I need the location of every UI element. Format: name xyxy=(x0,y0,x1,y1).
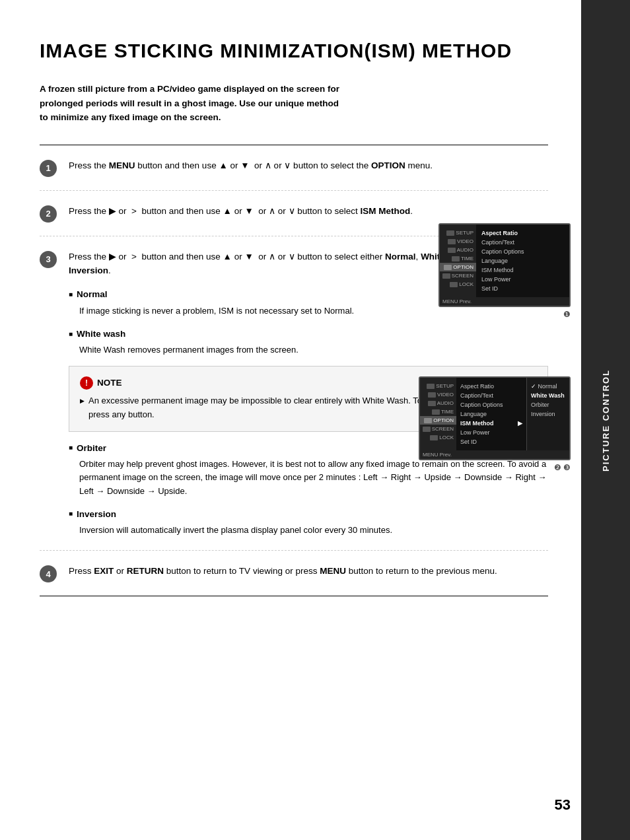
step-4-row: 4 Press EXIT or RETURN button to return … xyxy=(40,564,548,596)
tv2-option: OPTION xyxy=(420,416,456,425)
menu-bold: MENU xyxy=(109,160,135,170)
tv2-sub-orbiter: Orbiter xyxy=(531,400,565,409)
step-1-circle: 1 xyxy=(40,160,57,177)
tv1-option: OPTION xyxy=(440,263,476,271)
tv2-screen: SCREEN xyxy=(420,425,456,433)
tv2-sub-inversion: Inversion xyxy=(531,409,565,419)
screen2-container: SETUP VIDEO AUDIO xyxy=(419,376,571,472)
tv2-low-power: Low Power xyxy=(460,428,522,437)
step-3-circle: 3 xyxy=(40,251,57,268)
screen1-num: ❶ xyxy=(438,310,571,319)
subsection-whitewash: White wash White Wash removes permanent … xyxy=(69,327,548,357)
tv2-left-col: SETUP VIDEO AUDIO xyxy=(420,378,456,450)
tv1-right-col: Aspect Ratio Caption/Text Caption Option… xyxy=(476,225,569,297)
tv1-ism-method: ISM Method xyxy=(481,265,564,275)
ism-bold: ISM Method xyxy=(361,206,411,216)
divider-top xyxy=(40,145,548,145)
tv2-footer: MENU Prev. xyxy=(420,450,569,459)
tv1-caption-options: Caption Options xyxy=(481,247,564,256)
tv1-low-power: Low Power xyxy=(481,275,564,284)
tv2-language: Language xyxy=(460,409,522,419)
tv2-right-col: Aspect Ratio Caption/Text Caption Option… xyxy=(456,378,526,450)
tv2-time: TIME xyxy=(420,407,456,416)
subsection-inversion: Inversion Inversion will automatically i… xyxy=(69,507,548,538)
subsection-inversion-body: Inversion will automatically invert the … xyxy=(79,524,548,537)
note-icon: ! xyxy=(80,376,93,390)
tv1-lock: LOCK xyxy=(440,280,476,289)
tv1-caption-text: Caption/Text xyxy=(481,238,564,247)
step-2-content: Press the ▶ or > button and then use ▲ o… xyxy=(69,204,548,219)
step-2-circle: 2 xyxy=(40,205,57,223)
step-1-row: 1 Press the MENU button and then use ▲ o… xyxy=(40,158,548,191)
tv2-set-id: Set ID xyxy=(460,437,522,446)
tv1-audio: AUDIO xyxy=(440,246,476,254)
tv2-sub-normal: Normal xyxy=(531,382,565,391)
page-title: IMAGE STICKING MINIMIZATION(ISM) METHOD xyxy=(40,40,548,62)
step-1-content: Press the MENU button and then use ▲ or … xyxy=(69,158,548,173)
tv2-video: VIDEO xyxy=(420,390,456,399)
intro-text: A frozen still picture from a PC/video g… xyxy=(40,82,343,125)
tv1-time: TIME xyxy=(440,254,476,263)
tv2-audio: AUDIO xyxy=(420,399,456,407)
tv2-aspect-ratio: Aspect Ratio xyxy=(460,382,522,391)
right-sidebar: PICTURE CONTROL xyxy=(581,0,630,840)
screen1-container: SETUP VIDEO AUDIO xyxy=(438,223,571,319)
tv2-caption-text: Caption/Text xyxy=(460,391,522,400)
tv2-ism-method: ISM Method▶ xyxy=(460,419,522,428)
tv2-lock: LOCK xyxy=(420,433,456,442)
note-title-text: NOTE xyxy=(97,376,122,390)
subsection-whitewash-title: White wash xyxy=(69,327,548,341)
subsection-inversion-title: Inversion xyxy=(69,507,548,522)
screen2-num: ❷ ❸ xyxy=(419,463,571,472)
tv1-aspect-ratio: Aspect Ratio xyxy=(481,228,564,238)
tv-screen-2: SETUP VIDEO AUDIO xyxy=(419,376,571,460)
tv1-setup: SETUP xyxy=(440,228,476,237)
tv1-language: Language xyxy=(481,256,564,265)
tv2-setup: SETUP xyxy=(420,382,456,390)
sidebar-label: PICTURE CONTROL xyxy=(601,369,611,472)
tv1-screen: SCREEN xyxy=(440,271,476,280)
step-4-circle: 4 xyxy=(40,565,57,582)
subsection-whitewash-body: White Wash removes permanent images from… xyxy=(79,343,548,357)
tv1-set-id: Set ID xyxy=(481,284,564,293)
tv2-submenu: Normal White Wash Orbiter Inversion xyxy=(526,378,569,450)
tv-screen-1: SETUP VIDEO AUDIO xyxy=(438,223,571,307)
tv2-caption-options: Caption Options xyxy=(460,400,522,409)
step-4-content: Press EXIT or RETURN button to return to… xyxy=(69,564,548,578)
tv1-video: VIDEO xyxy=(440,237,476,246)
page-number: 53 xyxy=(555,796,571,814)
main-content: IMAGE STICKING MINIMIZATION(ISM) METHOD … xyxy=(0,0,581,840)
tv1-footer: MENU Prev. xyxy=(440,297,569,306)
tv1-left-col: SETUP VIDEO AUDIO xyxy=(440,225,476,297)
page-container: IMAGE STICKING MINIMIZATION(ISM) METHOD … xyxy=(0,0,630,840)
option-bold: OPTION xyxy=(371,160,405,170)
tv2-sub-whitewash: White Wash xyxy=(531,391,565,400)
